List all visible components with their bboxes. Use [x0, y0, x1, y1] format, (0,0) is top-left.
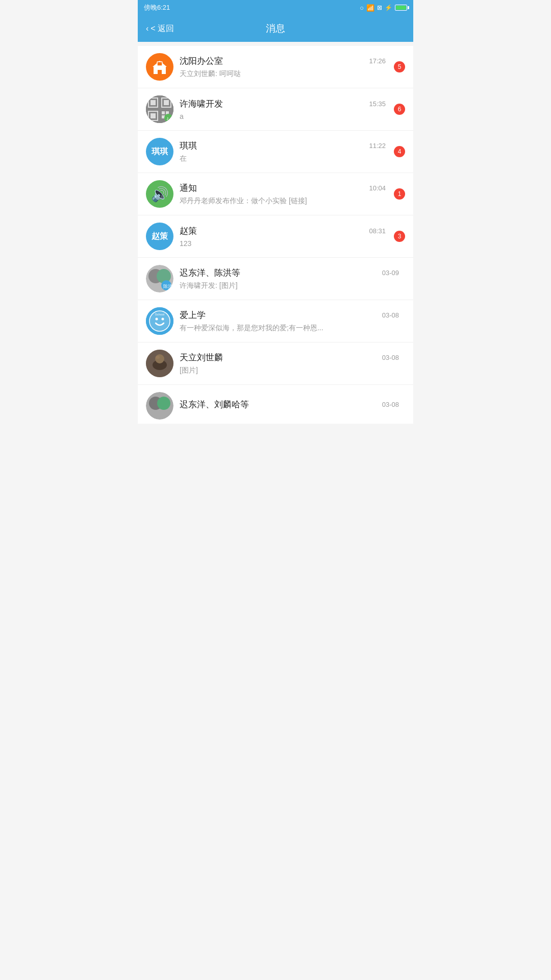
alarm-icon: ○ [360, 4, 364, 12]
back-label: < 返回 [151, 23, 174, 34]
svg-rect-9 [162, 111, 165, 114]
message-time: 11:22 [369, 142, 386, 150]
avatar: 赵策 [146, 223, 173, 250]
contact-name: 通知 [180, 182, 197, 194]
avatar [146, 350, 173, 377]
svg-point-27 [155, 354, 164, 363]
unread-badge: 6 [394, 104, 405, 115]
message-content: 琪琪 11:22 在 [180, 140, 386, 163]
message-time: 03-08 [382, 354, 399, 361]
svg-point-28 [156, 356, 160, 359]
unread-badge: 5 [394, 61, 405, 72]
contact-name: 天立刘世麟 [180, 352, 223, 363]
message-header: 赵策 08:31 [180, 225, 386, 237]
charging-icon: ⚡ [385, 4, 392, 11]
message-header: 爱上学 03-08 [180, 309, 399, 321]
message-header: 迟东洋、陈洪等 03-09 [180, 267, 399, 279]
svg-text:School: School [155, 313, 164, 316]
unread-badge: 1 [394, 188, 405, 200]
message-content: 爱上学 03-08 有一种爱深似海，那是您对我的爱;有一种恩... [180, 309, 399, 333]
contact-name: 爱上学 [180, 309, 206, 321]
svg-rect-6 [164, 100, 169, 105]
list-item[interactable]: 沈阳办公室 17:26 天立刘世麟: 呵呵哒 5 [138, 46, 413, 88]
wifi-icon: 📶 [366, 4, 374, 12]
message-content: 迟东洋、陈洪等 03-09 许海啸开发: [图片] [180, 267, 399, 290]
message-header: 迟东洋、刘麟哈等 03-08 [180, 399, 399, 410]
back-arrow-icon: ‹ [146, 24, 148, 33]
contact-name: 迟东洋、刘麟哈等 [180, 399, 249, 410]
back-button[interactable]: ‹ < 返回 [146, 23, 174, 34]
list-item[interactable]: 迟东洋、刘麟哈等 03-08 [138, 385, 413, 424]
svg-text:♪: ♪ [166, 115, 169, 121]
message-preview: 有一种爱深似海，那是您对我的爱;有一种恩... [180, 324, 399, 333]
list-item[interactable]: 赵策 赵策 08:31 123 3 [138, 215, 413, 258]
avatar [146, 53, 173, 81]
avatar: 琪琪 [146, 138, 173, 165]
svg-rect-1 [157, 62, 162, 66]
svg-point-23 [162, 318, 164, 321]
list-item[interactable]: 天立刘世麟 03-08 [图片] [138, 342, 413, 385]
message-time: 17:26 [369, 57, 386, 65]
contact-name: 赵策 [180, 225, 197, 237]
list-item[interactable]: School 爱上学 03-08 有一种爱深似海，那是您对我的爱;有一种恩... [138, 300, 413, 342]
avatar: ♪ [146, 95, 173, 123]
avatar: 陈洪 [146, 265, 173, 292]
message-preview: a [180, 112, 386, 120]
message-time: 03-08 [382, 311, 399, 319]
avatar: School [146, 307, 173, 335]
message-content: 通知 10:04 邓丹丹老师发布作业：做个小实验 [链接] [180, 182, 386, 206]
svg-point-22 [156, 318, 158, 321]
contact-name: 沈阳办公室 [180, 55, 223, 67]
message-header: 琪琪 11:22 [180, 140, 386, 152]
svg-rect-8 [151, 113, 156, 118]
speaker-icon: 🔊 [151, 186, 169, 203]
unread-badge: 3 [394, 231, 405, 242]
message-time: 15:35 [369, 100, 386, 108]
battery-icon [395, 5, 407, 11]
message-preview: 123 [180, 239, 386, 248]
unread-badge: 4 [394, 146, 405, 157]
status-time: 傍晚6:21 [144, 3, 170, 12]
contact-name: 琪琪 [180, 140, 197, 152]
message-list: 沈阳办公室 17:26 天立刘世麟: 呵呵哒 5 [138, 46, 413, 424]
avatar: 🔊 [146, 180, 173, 208]
list-item[interactable]: 陈洪 迟东洋、陈洪等 03-09 许海啸开发: [图片] [138, 258, 413, 300]
svg-point-31 [157, 397, 170, 410]
message-time: 03-09 [382, 269, 399, 277]
contact-name: 迟东洋、陈洪等 [180, 267, 240, 279]
contact-name: 许海啸开发 [180, 98, 223, 110]
message-content: 沈阳办公室 17:26 天立刘世麟: 呵呵哒 [180, 55, 386, 79]
nav-bar: ‹ < 返回 消息 [138, 15, 413, 42]
status-bar: 傍晚6:21 ○ 📶 ⊠ ⚡ [138, 0, 413, 15]
message-header: 通知 10:04 [180, 182, 386, 194]
message-content: 赵策 08:31 123 [180, 225, 386, 248]
avatar [146, 392, 173, 420]
message-header: 许海啸开发 15:35 [180, 98, 386, 110]
message-content: 许海啸开发 15:35 a [180, 98, 386, 120]
message-time: 08:31 [369, 227, 386, 235]
message-header: 天立刘世麟 03-08 [180, 352, 399, 363]
avatar-image: ♪ [146, 95, 173, 123]
message-preview: 天立刘世麟: 呵呵哒 [180, 69, 386, 79]
svg-text:陈洪: 陈洪 [163, 284, 172, 289]
signal-icon: ⊠ [377, 4, 382, 11]
page-title: 消息 [266, 22, 285, 35]
status-icons: ○ 📶 ⊠ ⚡ [360, 4, 407, 12]
list-item[interactable]: 🔊 通知 10:04 邓丹丹老师发布作业：做个小实验 [链接] 1 [138, 173, 413, 215]
svg-rect-4 [151, 100, 156, 105]
message-content: 迟东洋、刘麟哈等 03-08 [180, 399, 399, 413]
list-item[interactable]: 琪琪 琪琪 11:22 在 4 [138, 131, 413, 173]
message-content: 天立刘世麟 03-08 [图片] [180, 352, 399, 375]
message-time: 03-08 [382, 401, 399, 408]
message-preview: [图片] [180, 366, 399, 375]
message-preview: 在 [180, 154, 386, 163]
list-item[interactable]: ♪ 许海啸开发 15:35 a 6 [138, 88, 413, 131]
message-header: 沈阳办公室 17:26 [180, 55, 386, 67]
message-time: 10:04 [369, 184, 386, 192]
message-preview: 许海啸开发: [图片] [180, 281, 399, 290]
message-preview: 邓丹丹老师发布作业：做个小实验 [链接] [180, 197, 386, 206]
